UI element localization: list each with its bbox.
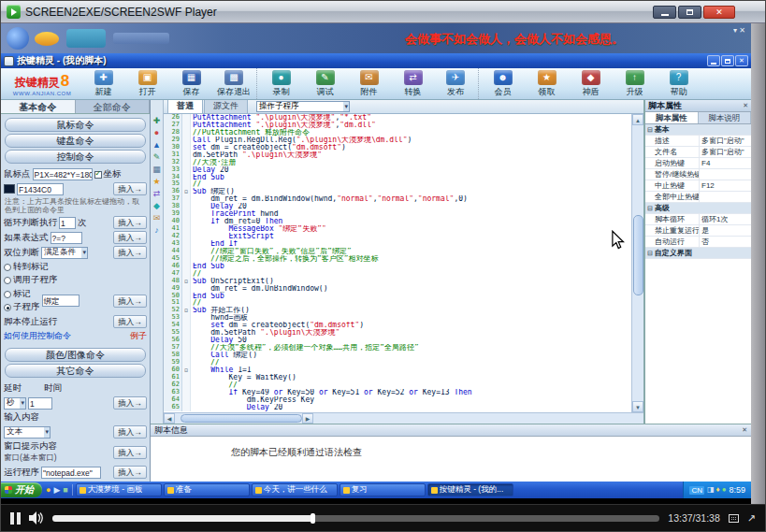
app-maximize-button[interactable] [721,55,734,66]
run-program-input[interactable]: "notepad.exe" [41,467,101,479]
detach-icon[interactable]: ↗ [747,512,756,525]
color-image-commands-button[interactable]: 颜色/图像命令 [5,348,146,362]
quick-launch-icon[interactable]: ● [46,486,51,495]
control-commands-button[interactable]: 控制命令 [5,150,146,164]
insert-run-button[interactable]: 插入→ [113,466,147,479]
coordinate-checkbox[interactable] [94,171,102,179]
player-close-button[interactable]: ✕ [703,6,735,19]
player-minimize-button[interactable] [653,6,676,19]
color-swatch[interactable] [4,184,15,194]
scroll-left-icon[interactable]: ◀ [164,413,175,424]
app-minimize-button[interactable] [707,55,720,66]
insert-input-button[interactable]: 插入→ [113,425,147,439]
editor-margin-icon[interactable]: ▲ [152,141,161,150]
toolbar-button[interactable]: ↑ 升级 [613,68,657,99]
taskbar-item[interactable]: 复习 [340,483,426,496]
editor-margin-icon[interactable]: ♪ [154,226,159,235]
control-help-link[interactable]: 如何使用控制命令 [4,330,71,342]
progress-handle[interactable] [311,513,315,524]
color-hex-input[interactable]: F1434C0 [17,183,64,195]
toolbar-button[interactable]: ☻ 会员 [481,68,525,99]
point-input[interactable]: P1X=482*Y=180 [33,168,93,180]
toolbar-button[interactable]: ▣ 打开 [125,68,169,99]
property-row[interactable]: 暂停/继续热键 [645,169,751,180]
editor-vertical-scrollbar[interactable]: ▲ ▼ [631,114,643,412]
mouse-commands-button[interactable]: 鼠标命令 [5,118,146,132]
toolbar-button[interactable]: ★ 领取 [525,68,569,99]
toolbar-button[interactable]: ▩ 保存退出 [213,68,257,99]
editor-margin-icon[interactable]: ✉ [153,214,161,223]
pause-button[interactable] [10,512,21,525]
quick-launch-icon[interactable]: ■ [63,486,67,495]
banner-close-icon[interactable]: ▾ ✕ [733,26,745,35]
delay-value-input[interactable]: 1 [28,397,52,410]
insert-expression-button[interactable]: 插入→ [113,231,147,244]
quick-launch-icon[interactable]: ▶ [53,486,60,495]
insert-judge-button[interactable]: 插入→ [113,246,147,259]
property-row[interactable]: 描述 多窗口"启动" [645,136,751,147]
properties-close-icon[interactable]: ✕ [743,102,748,109]
editor-margin-icon[interactable]: ✚ [153,117,161,125]
insert-mark-button[interactable]: 插入→ [113,295,147,308]
property-row[interactable]: 中止热键 F12 [645,180,751,192]
tray-icon[interactable]: ♦ [716,486,720,494]
other-commands-button[interactable]: 其它命令 [5,364,146,378]
editor-tab-source[interactable]: 源文件 [204,100,248,113]
editor-margin-icon[interactable]: ● [154,129,159,137]
delay-unit-dropdown[interactable]: 秒▾ [4,397,26,410]
toolbar-button[interactable]: ✈ 发布 [435,68,479,99]
taskbar-item[interactable]: 准备 [164,483,250,496]
insert-delay-button[interactable]: 插入→ [113,396,147,410]
editor-margin-icon[interactable]: ⇄ [153,190,161,198]
toolbar-button[interactable]: ● 录制 [259,68,303,99]
scroll-up-icon[interactable]: ▲ [632,114,643,125]
insert-window-button[interactable]: 插入→ [113,446,147,459]
property-row[interactable]: 禁止重复运行 是 [645,225,751,237]
property-row[interactable]: 全部中止热键 [645,192,751,203]
insert-stop-button[interactable]: 插入→ [113,315,147,328]
tab-basic-commands[interactable]: 基本命令 [1,100,76,113]
start-button[interactable]: 开始 [1,482,42,497]
mark-radio[interactable] [4,291,11,298]
input-type-dropdown[interactable]: 文本▾ [4,426,51,439]
toolbar-button[interactable]: ✎ 调试 [303,68,347,99]
toolbar-button[interactable]: ◆ 神盾 [569,68,613,99]
editor-margin-icon[interactable]: ◆ [153,202,160,210]
property-row[interactable]: 脚本循环 循环1次 [645,214,751,225]
sub-radio[interactable] [4,304,11,311]
tray-icon[interactable]: ◨ [707,486,715,494]
call-sub-radio[interactable] [4,277,11,284]
fullscreen-icon[interactable] [729,514,739,523]
toolbar-button[interactable]: ✚ 新建 [81,68,125,99]
toolbar-button[interactable]: ▦ 保存 [169,68,213,99]
toolbar-button[interactable]: ⇄ 转换 [391,68,435,99]
editor-horizontal-scrollbar[interactable]: ◀ ▶ [164,412,643,424]
tab-script-description[interactable]: 脚本说明 [699,112,752,123]
toolbar-button[interactable]: ? 帮助 [657,68,701,99]
subroutine-dropdown[interactable]: 操作子程序▾ [256,101,350,112]
editor-tab-normal[interactable]: 普通 [167,100,203,113]
expression-input[interactable]: ?=? [51,232,82,244]
scroll-right-icon[interactable]: ▶ [302,413,313,424]
insert-loop-button[interactable]: 插入→ [113,216,147,229]
property-row[interactable]: 文件名 多窗口"启动" [645,147,751,158]
mark-name-input[interactable]: 绑定 [42,295,79,307]
language-indicator[interactable]: CN [689,486,704,495]
scrollbar-thumb[interactable] [633,215,643,295]
example-link[interactable]: 例子 [130,330,147,342]
editor-margin-icon[interactable]: ▦ [152,165,161,174]
tray-icon[interactable]: ● [722,486,727,494]
property-row[interactable]: 启动热键 F4 [645,158,751,169]
judge-dropdown[interactable]: 满足条件▾ [41,247,88,259]
app-close-button[interactable]: ✕ [735,55,748,66]
player-maximize-button[interactable] [678,6,701,19]
toolbar-button[interactable]: ✉ 附件 [347,68,391,99]
taskbar-item[interactable]: 按键精灵 - (我的... [427,483,513,496]
insert-color-button[interactable]: 插入→ [113,182,147,195]
info-close-icon[interactable]: ✕ [742,426,747,434]
loop-count-input[interactable]: 1 [59,217,76,229]
goto-mark-radio[interactable] [4,264,11,271]
seek-bar[interactable] [52,515,659,522]
editor-margin-icon[interactable]: ✎ [153,153,161,162]
property-row[interactable]: 基本 [645,124,751,136]
